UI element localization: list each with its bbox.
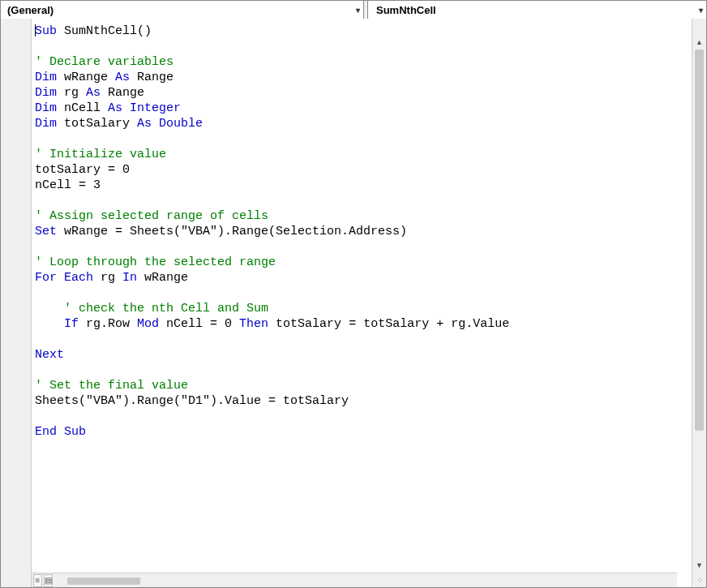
code-token: Integer [130,101,181,115]
code-token: totSalary = 0 [35,163,130,177]
code-token: Double [159,117,203,131]
scroll-down-button[interactable]: ▼ [692,558,706,573]
code-token: wRange [137,271,188,285]
arrow-down-icon: ▼ [696,561,703,569]
procedure-dropdown[interactable]: SumNthCell ▾ [368,1,706,19]
code-token: Range [101,86,144,100]
code-token: Dim [35,117,57,131]
code-token: Sub [64,425,86,439]
procedure-view-icon: ≡ [36,576,41,585]
margin-indicator-bar[interactable] [1,19,32,587]
code-token: nCell = 3 [35,178,101,192]
code-token: Dim [35,86,57,100]
code-token: Range [130,71,174,84]
code-token: totSalary [57,117,137,131]
scrollbar-split-handle[interactable] [692,19,706,35]
code-token: Next [35,348,64,362]
vertical-scrollbar-thumb[interactable] [695,49,704,431]
code-token: ' check the nth Cell and Sum [64,302,268,315]
code-token: Dim [35,71,57,84]
code-token: rg [93,271,122,285]
code-token: Dim [35,101,57,115]
code-token: rg [57,86,86,100]
code-token: SumNthCell() [57,24,152,38]
code-editor[interactable]: Sub SumNthCell() ' Declare variables Dim… [32,19,692,443]
code-token: For [35,271,57,285]
code-token: End [35,425,57,439]
procedure-view-button[interactable]: ≡ [33,574,42,587]
code-token: Sheets("VBA").Range("D1").Value = totSal… [35,394,349,408]
code-token: If [64,317,79,331]
top-dropdown-bar: (General) ▾ SumNthCell ▾ [1,1,706,19]
code-token: nCell = 0 [159,317,239,331]
code-token: As [108,101,122,115]
vertical-scrollbar[interactable]: ▲ ▼ ⁘ [692,19,706,587]
resize-grip[interactable]: ⁘ [692,573,706,587]
code-token [122,101,130,115]
code-token [57,425,64,439]
code-token: ' Assign selected range of cells [35,209,268,223]
code-token: Set [35,225,57,238]
scope-dropdown[interactable]: (General) ▾ [1,1,363,19]
code-area: Sub SumNthCell() ' Declare variables Dim… [32,19,692,587]
code-token: As [86,86,101,100]
code-token: rg.Row [79,317,137,331]
code-token: As [137,117,152,131]
code-token: nCell [57,101,108,115]
chevron-down-icon: ▾ [699,6,703,15]
code-token [35,302,64,315]
code-token: Each [64,271,93,285]
code-token: totSalary = totSalary + rg.Value [268,317,509,331]
scroll-up-button[interactable]: ▲ [692,35,706,49]
code-area-inner: Sub SumNthCell() ' Declare variables Dim… [32,19,692,573]
procedure-dropdown-label: SumNthCell [376,4,436,16]
code-token: Then [239,317,268,331]
code-token [35,317,64,331]
code-token: ' Set the final value [35,379,188,393]
resize-grip-icon: ⁘ [696,576,703,585]
code-token: ' Loop through the selected range [35,255,276,269]
code-token [152,117,159,131]
bottom-bar: ≡ ▤ [32,573,677,587]
horizontal-scrollbar[interactable] [61,576,677,586]
arrow-up-icon: ▲ [696,38,703,46]
code-area-wrap: Sub SumNthCell() ' Declare variables Dim… [1,19,706,587]
code-token: wRange = Sheets("VBA").Range(Selection.A… [57,225,407,238]
code-token: As [115,71,130,84]
horizontal-scrollbar-thumb[interactable] [67,577,140,585]
scope-dropdown-label: (General) [7,4,54,16]
code-token: In [122,271,137,285]
code-token: Sub [35,24,57,38]
code-token [57,271,64,285]
vertical-scrollbar-track[interactable] [692,49,706,558]
full-module-view-icon: ▤ [45,576,52,585]
vba-editor-window: (General) ▾ SumNthCell ▾ Sub SumNthCell(… [0,0,707,588]
code-token: Mod [137,317,159,331]
code-token: ' Declare variables [35,55,174,69]
full-module-view-button[interactable]: ▤ [44,574,53,587]
chevron-down-icon: ▾ [356,6,360,15]
code-token: wRange [57,71,115,84]
code-token: ' Initialize value [35,148,166,161]
